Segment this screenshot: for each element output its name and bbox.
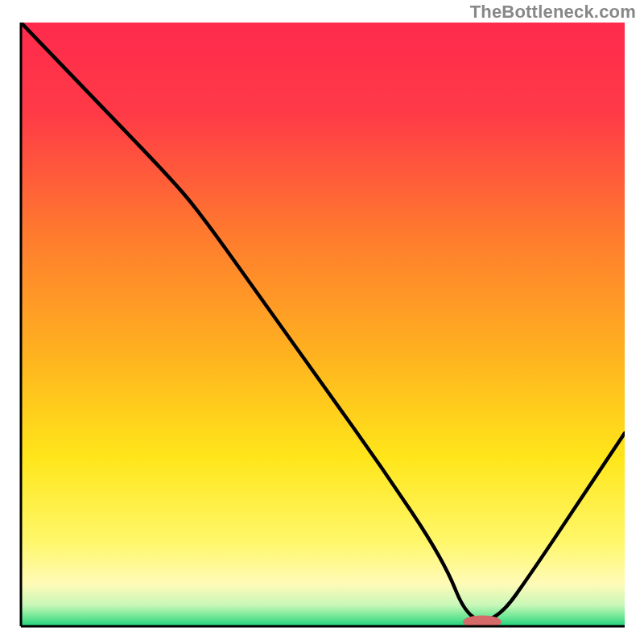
chart-svg	[0, 0, 644, 644]
gradient-background	[21, 23, 625, 626]
chart-container: { "attribution": "TheBottleneck.com", "c…	[0, 0, 644, 644]
